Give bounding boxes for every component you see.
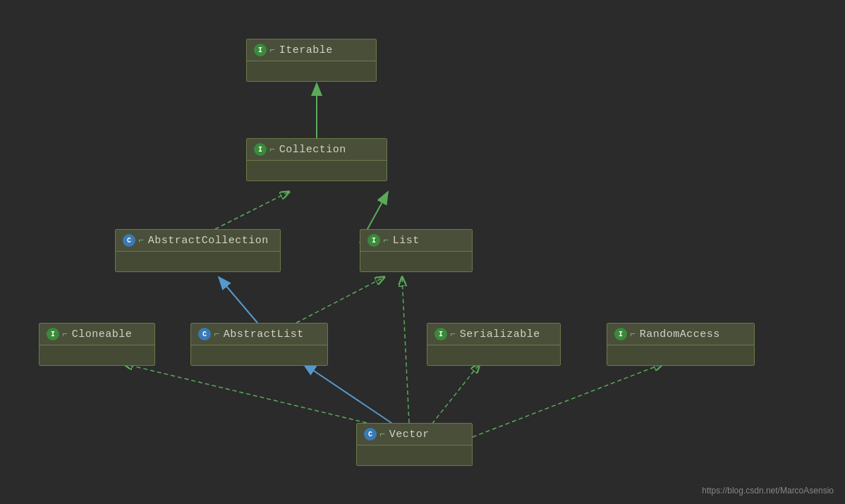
node-random-access-body xyxy=(607,345,754,365)
node-iterable: I ⌐ Iterable xyxy=(246,39,377,82)
visibility-icon: ⌐ xyxy=(379,429,385,440)
svg-line-12 xyxy=(402,277,409,423)
node-serializable-header: I ⌐ Serializable xyxy=(427,324,560,345)
node-list: I ⌐ List xyxy=(360,229,473,272)
node-random-access-header: I ⌐ RandomAccess xyxy=(607,324,754,345)
visibility-icon: ⌐ xyxy=(269,45,275,56)
node-list-body xyxy=(360,252,472,271)
visibility-icon: ⌐ xyxy=(62,329,68,340)
node-serializable-label: Serializable xyxy=(460,328,540,340)
svg-line-9 xyxy=(123,364,367,423)
diagram-container: I ⌐ Iterable I ⌐ Collection C ⌐ Abstract… xyxy=(0,0,845,504)
abstract-class-icon: C xyxy=(123,234,135,247)
node-random-access: I ⌐ RandomAccess xyxy=(607,323,755,366)
node-vector-body xyxy=(357,445,472,465)
interface-icon: I xyxy=(434,328,447,340)
interface-icon: I xyxy=(367,234,380,247)
node-cloneable-body xyxy=(39,345,154,365)
visibility-icon: ⌐ xyxy=(450,329,456,340)
visibility-icon: ⌐ xyxy=(214,329,219,340)
node-abstract-list-header: C ⌐ AbstractList xyxy=(191,324,327,345)
node-list-label: List xyxy=(393,235,420,247)
node-abstract-collection-label: AbstractCollection xyxy=(148,235,269,247)
interface-icon: I xyxy=(614,328,627,340)
node-abstract-collection-body xyxy=(116,252,280,271)
node-collection: I ⌐ Collection xyxy=(246,138,387,181)
node-cloneable-label: Cloneable xyxy=(72,328,133,340)
interface-icon: I xyxy=(254,44,267,56)
node-iterable-body xyxy=(247,61,376,81)
interface-icon: I xyxy=(47,328,59,340)
node-collection-label: Collection xyxy=(279,144,346,156)
node-cloneable-header: I ⌐ Cloneable xyxy=(39,324,154,345)
svg-line-6 xyxy=(219,277,257,323)
interface-icon: I xyxy=(254,143,267,156)
node-abstract-collection: C ⌐ AbstractCollection xyxy=(115,229,281,272)
visibility-icon: ⌐ xyxy=(269,145,275,155)
node-vector-label: Vector xyxy=(389,429,430,441)
node-abstract-list: C ⌐ AbstractList xyxy=(190,323,328,366)
node-vector-header: C ⌐ Vector xyxy=(357,424,472,445)
svg-line-11 xyxy=(473,364,663,437)
svg-line-8 xyxy=(303,364,391,423)
node-abstract-list-body xyxy=(191,345,327,365)
node-iterable-header: I ⌐ Iterable xyxy=(247,39,376,61)
node-random-access-label: RandomAccess xyxy=(640,328,720,340)
node-abstract-list-label: AbstractList xyxy=(224,328,304,340)
watermark: https://blog.csdn.net/MarcoAsensio xyxy=(702,486,834,496)
node-vector: C ⌐ Vector xyxy=(356,423,473,466)
visibility-icon: ⌐ xyxy=(630,329,636,340)
visibility-icon: ⌐ xyxy=(383,235,389,246)
svg-line-4 xyxy=(215,192,289,229)
node-collection-header: I ⌐ Collection xyxy=(247,139,387,161)
abstract-class-icon: C xyxy=(198,328,211,340)
node-cloneable: I ⌐ Cloneable xyxy=(39,323,155,366)
node-collection-body xyxy=(247,161,387,180)
svg-line-7 xyxy=(296,277,384,323)
node-list-header: I ⌐ List xyxy=(360,230,472,252)
node-iterable-label: Iterable xyxy=(279,44,333,56)
node-serializable-body xyxy=(427,345,560,365)
class-icon: C xyxy=(364,428,377,441)
node-abstract-collection-header: C ⌐ AbstractCollection xyxy=(116,230,280,252)
node-serializable: I ⌐ Serializable xyxy=(427,323,561,366)
visibility-icon: ⌐ xyxy=(138,235,144,246)
